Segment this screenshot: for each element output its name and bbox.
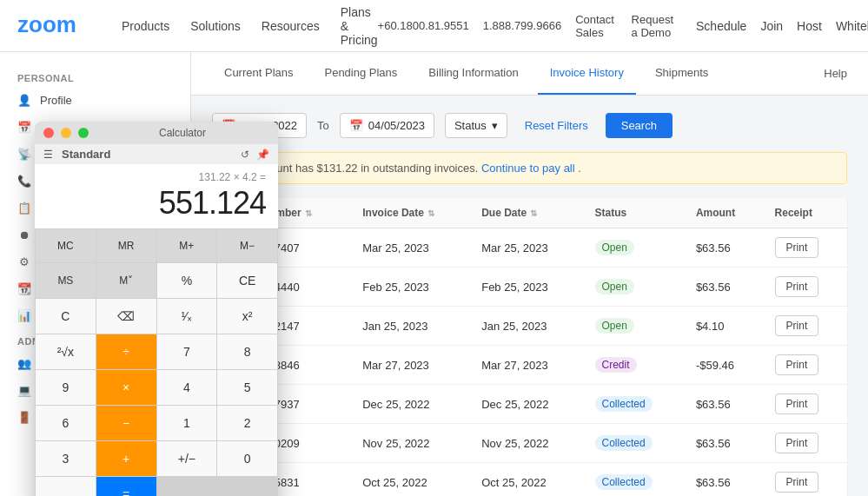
cell-due-date: Nov 25, 2022 [469, 424, 582, 463]
calc-maximize-button[interactable] [78, 128, 89, 138]
tab-billing-info[interactable]: Billing Information [416, 52, 530, 95]
calc-btn-4[interactable]: 4 [157, 370, 217, 405]
cell-status: Open [583, 228, 684, 268]
calc-btn-5[interactable]: 5 [217, 370, 277, 405]
calc-btn--[interactable]: % [157, 263, 217, 298]
calc-btn--[interactable]: ÷ [96, 334, 156, 369]
meetings-icon: 📅 [17, 121, 31, 134]
alert-banner: Your account has $131.22 in outstanding … [212, 152, 847, 184]
sort-invoice-number-icon[interactable]: ⇅ [305, 208, 312, 218]
print-button[interactable]: Print [775, 315, 819, 336]
calc-pin-icon[interactable]: 📌 [256, 149, 269, 161]
sidebar-personal-label: PERSONAL [0, 66, 190, 87]
cell-status: Open [583, 268, 684, 307]
calc-btn-2[interactable]: 2 [217, 406, 277, 440]
search-button[interactable]: Search [606, 113, 673, 138]
cell-amount: $4.10 [684, 307, 763, 346]
status-badge: Open [595, 318, 634, 334]
tab-current-plans[interactable]: Current Plans [212, 52, 305, 95]
sort-invoice-date-icon[interactable]: ⇅ [427, 208, 434, 218]
print-button[interactable]: Print [775, 237, 819, 258]
calc-btn-3[interactable]: 3 [36, 441, 96, 476]
calc-btn--[interactable]: + [96, 441, 156, 476]
to-date-value: 04/05/2023 [368, 119, 425, 132]
calc-btn-9[interactable]: 9 [36, 370, 96, 405]
print-button[interactable]: Print [775, 393, 819, 414]
calc-titlebar: Calculator [35, 122, 278, 144]
nav-whiteboard[interactable]: Whiteboard [836, 16, 868, 36]
cell-invoice-date: Oct 25, 2022 [350, 463, 469, 497]
svg-text:zoom: zoom [17, 13, 76, 37]
print-button[interactable]: Print [775, 276, 819, 297]
cell-receipt: Print [763, 463, 847, 497]
nav-resources[interactable]: Resources [262, 16, 320, 36]
sidebar-profile-label: Profile [40, 94, 72, 107]
calc-btn--[interactable]: ⌫ [96, 299, 156, 334]
calc-btn-CE[interactable]: CE [217, 263, 277, 298]
calc-btn----[interactable]: ¹⁄ₓ [157, 299, 217, 334]
calc-history-icon[interactable]: ↺ [241, 149, 249, 161]
calc-btn-M-[interactable]: M˅ [96, 263, 156, 298]
calc-btn-C[interactable]: C [36, 299, 96, 334]
table-row: INV172635831 Oct 25, 2022 Oct 25, 2022 C… [212, 463, 847, 497]
logo-area[interactable]: zoom [17, 13, 96, 39]
tab-invoice-history[interactable]: Invoice History [538, 52, 636, 95]
table-row: INV185782147 Jan 25, 2023 Jan 25, 2023 O… [212, 307, 847, 346]
calc-btn-7[interactable]: 7 [157, 334, 217, 369]
reset-filters-button[interactable]: Reset Filters [518, 114, 595, 137]
print-button[interactable]: Print [775, 472, 819, 493]
reports-icon: 📊 [17, 309, 31, 322]
sort-due-date-icon[interactable]: ⇅ [530, 208, 537, 218]
calc-btn--[interactable]: × [96, 370, 156, 405]
calc-menu-icon[interactable]: ☰ [43, 149, 53, 161]
status-badge: Credit [595, 357, 637, 373]
nav-join[interactable]: Join [760, 16, 783, 36]
calc-btn--[interactable]: = [96, 477, 156, 496]
calc-btn-MR[interactable]: MR [96, 229, 156, 262]
tab-pending-plans[interactable]: Pending Plans [312, 52, 409, 95]
nav-solutions[interactable]: Solutions [190, 16, 241, 36]
calc-minimize-button[interactable] [61, 128, 71, 138]
sidebar-item-profile[interactable]: 👤 Profile [0, 87, 190, 114]
nav-host[interactable]: Host [797, 16, 822, 36]
calc-btn-MC[interactable]: MC [36, 229, 96, 262]
calc-btn-0[interactable]: 0 [217, 441, 277, 476]
print-button[interactable]: Print [775, 354, 819, 375]
calc-mode-icons: ↺ 📌 [241, 149, 269, 161]
tab-shipments[interactable]: Shipments [643, 52, 720, 95]
calc-btn-M-[interactable]: M+ [157, 229, 217, 262]
cell-amount: $63.56 [684, 463, 763, 497]
calc-btn-8[interactable]: 8 [217, 334, 277, 369]
filter-row: 📅 10/05/2022 To 📅 04/05/2023 Status ▾ Re… [212, 113, 847, 138]
table-row: INV194647407 Mar 25, 2023 Mar 25, 2023 O… [212, 228, 847, 268]
main-content: Current Plans Pending Plans Billing Info… [191, 52, 868, 496]
nav-plans-pricing[interactable]: Plans & Pricing [341, 2, 378, 50]
cell-invoice-date: Mar 27, 2023 [350, 346, 469, 385]
nav-schedule[interactable]: Schedule [696, 16, 746, 36]
calc-btn-6[interactable]: 6 [36, 406, 96, 440]
nav-products[interactable]: Products [122, 16, 169, 36]
calc-btn-M-[interactable]: M− [217, 229, 277, 262]
status-dropdown[interactable]: Status ▾ [445, 113, 507, 138]
profile-icon: 👤 [17, 94, 31, 107]
calc-btn-MS[interactable]: MS [36, 263, 96, 298]
print-button[interactable]: Print [775, 433, 819, 453]
alert-pay-link[interactable]: Continue to pay all [481, 162, 575, 175]
calc-btn---x[interactable]: ²√x [36, 334, 96, 369]
calc-btn-1[interactable]: 1 [157, 406, 217, 440]
webinars-icon: 📡 [17, 148, 31, 161]
calc-btn-x-[interactable]: x² [217, 299, 277, 334]
calc-close-button[interactable] [43, 128, 54, 138]
nav-request-demo[interactable]: Request a Demo [632, 13, 682, 39]
calc-btn--[interactable]: . [36, 477, 96, 496]
nav-contact-sales[interactable]: Contact Sales [575, 13, 617, 39]
calc-btn--[interactable]: − [96, 406, 156, 440]
table-row: INV190184440 Feb 25, 2023 Feb 25, 2023 O… [212, 268, 847, 307]
to-date-picker[interactable]: 📅 04/05/2023 [340, 113, 434, 138]
tab-help[interactable]: Help [824, 53, 847, 94]
calc-btn----[interactable]: +/− [157, 441, 217, 476]
table-row: INV177080209 Nov 25, 2022 Nov 25, 2022 C… [212, 424, 847, 463]
calc-display: 131.22 × 4.2 = 551.124 [35, 164, 278, 228]
cell-invoice-date: Feb 25, 2023 [350, 268, 469, 307]
invoice-table: Invoice number⇅ Invoice Date⇅ Due Date⇅ … [212, 198, 847, 496]
